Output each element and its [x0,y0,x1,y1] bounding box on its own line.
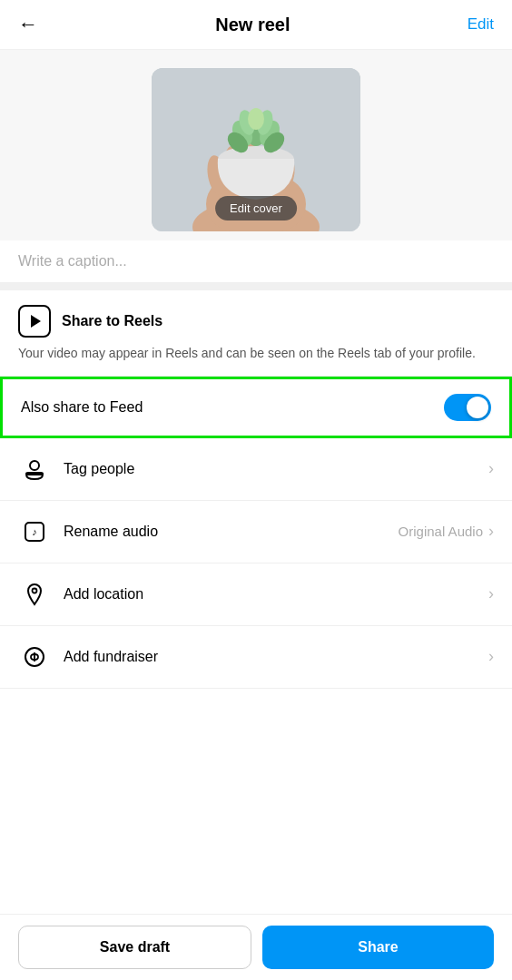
caption-placeholder: Write a caption... [18,253,127,269]
add-location-label: Add location [64,586,483,603]
bottom-spacer [0,689,512,761]
page-title: New reel [215,15,290,35]
back-button[interactable]: ← [18,13,38,36]
rename-audio-value: Original Audio [399,524,483,539]
edit-cover-button[interactable]: Edit cover [215,196,297,220]
cover-area: Edit cover [0,50,512,240]
cover-image-wrapper: Edit cover [152,68,360,231]
add-fundraiser-row[interactable]: Add fundraiser › [0,626,512,689]
add-fundraiser-label: Add fundraiser [64,649,483,665]
share-to-reels-section: Share to Reels Your video may appear in … [0,290,512,377]
header: ← New reel Edit [0,0,512,50]
reels-icon [18,305,51,338]
add-location-row[interactable]: Add location › [0,564,512,626]
tag-people-icon [18,453,51,485]
also-share-toggle[interactable] [444,394,491,421]
rename-audio-chevron: › [488,522,494,541]
bottom-action-bar: Save draft Share [0,914,512,980]
svg-point-21 [33,588,37,593]
toggle-thumb [467,397,488,418]
save-draft-button[interactable]: Save draft [18,926,251,969]
svg-point-16 [248,108,264,130]
add-fundraiser-chevron: › [488,647,494,666]
tag-people-label: Tag people [64,461,483,477]
share-reels-title: Share to Reels [62,313,162,329]
section-divider [0,283,512,290]
add-location-chevron: › [488,584,494,603]
add-fundraiser-icon [18,641,51,673]
add-location-icon [18,578,51,611]
svg-rect-18 [26,473,43,475]
share-reels-description: Your video may appear in Reels and can b… [18,345,494,363]
rename-audio-row[interactable]: ♪ Rename audio Original Audio › [0,501,512,564]
also-share-label: Also share to Feed [21,399,143,416]
tag-people-chevron: › [488,459,494,478]
share-reels-header: Share to Reels [18,305,494,338]
caption-area[interactable]: Write a caption... [0,240,512,283]
reels-play-icon [31,315,41,328]
share-button[interactable]: Share [262,926,494,969]
rename-audio-icon: ♪ [18,515,51,548]
also-share-to-feed-row[interactable]: Also share to Feed [0,377,512,438]
svg-point-17 [30,461,39,470]
svg-text:♪: ♪ [32,526,37,537]
edit-button[interactable]: Edit [468,15,494,34]
toggle-track [444,394,491,421]
tag-people-row[interactable]: Tag people › [0,438,512,501]
rename-audio-label: Rename audio [64,524,399,540]
